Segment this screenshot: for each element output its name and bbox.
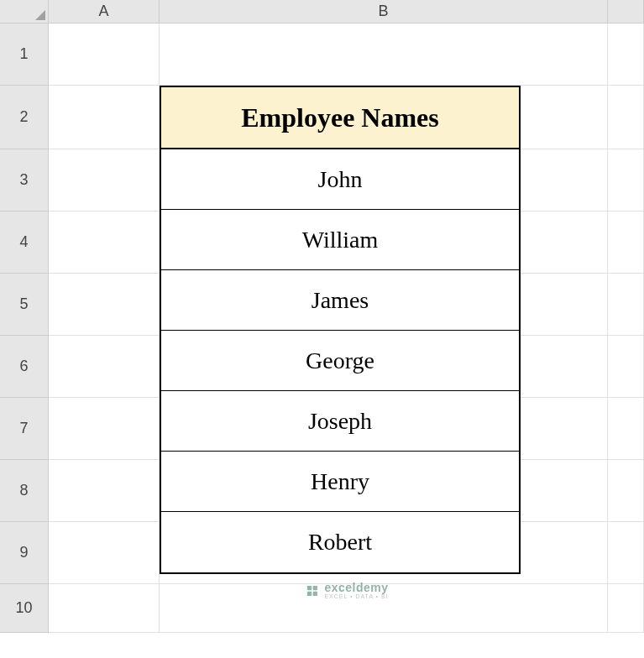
- cell-a5[interactable]: [49, 274, 160, 336]
- cell-c3[interactable]: [608, 149, 644, 212]
- cell-a8[interactable]: [49, 460, 160, 522]
- cell-c8[interactable]: [608, 460, 644, 522]
- cell-c7[interactable]: [608, 398, 644, 460]
- row-headers: 1 2 3 4 5 6 7 8 9 10: [0, 24, 49, 658]
- column-header-a[interactable]: A: [49, 0, 160, 24]
- body-area: 1 2 3 4 5 6 7 8 9 10: [0, 24, 644, 658]
- table-row[interactable]: George: [161, 331, 519, 391]
- cell-c6[interactable]: [608, 336, 644, 398]
- row-header-5[interactable]: 5: [0, 274, 49, 336]
- cell-b1[interactable]: [160, 24, 608, 86]
- column-header-b[interactable]: B: [160, 0, 608, 24]
- cell-c10[interactable]: [608, 584, 644, 633]
- grid-area: Employee Names John William James George…: [49, 24, 644, 658]
- row-header-8[interactable]: 8: [0, 460, 49, 522]
- cell-a7[interactable]: [49, 398, 160, 460]
- row-header-10[interactable]: 10: [0, 584, 49, 633]
- watermark: exceldemy EXCEL • DATA • BI: [304, 582, 388, 599]
- cell-a1[interactable]: [49, 24, 160, 86]
- watermark-brand: exceldemy: [324, 582, 388, 593]
- cell-c2[interactable]: [608, 86, 644, 149]
- cell-a4[interactable]: [49, 212, 160, 274]
- row-header-7[interactable]: 7: [0, 398, 49, 460]
- cell-c9[interactable]: [608, 522, 644, 584]
- row-header-4[interactable]: 4: [0, 212, 49, 274]
- column-header-c[interactable]: [608, 0, 644, 24]
- cell-a3[interactable]: [49, 149, 160, 212]
- table-header[interactable]: Employee Names: [161, 87, 519, 149]
- row-header-9[interactable]: 9: [0, 522, 49, 584]
- table-row[interactable]: Joseph: [161, 391, 519, 452]
- cell-a10[interactable]: [49, 584, 160, 633]
- row-header-1[interactable]: 1: [0, 24, 49, 86]
- cell-c5[interactable]: [608, 274, 644, 336]
- cell-a9[interactable]: [49, 522, 160, 584]
- employee-table: Employee Names John William James George…: [160, 86, 521, 574]
- cell-c4[interactable]: [608, 212, 644, 274]
- table-row[interactable]: Robert: [161, 512, 519, 572]
- column-headers: A B: [0, 0, 644, 24]
- spreadsheet: A B 1 2 3 4 5 6 7 8 9 10: [0, 0, 644, 658]
- table-row[interactable]: John: [161, 149, 519, 210]
- cell-c1[interactable]: [608, 24, 644, 86]
- table-row[interactable]: Henry: [161, 452, 519, 512]
- cell-a2[interactable]: [49, 86, 160, 149]
- row-header-6[interactable]: 6: [0, 336, 49, 398]
- row-header-2[interactable]: 2: [0, 86, 49, 149]
- watermark-tagline: EXCEL • DATA • BI: [324, 593, 388, 599]
- table-row[interactable]: James: [161, 270, 519, 331]
- watermark-text: exceldemy EXCEL • DATA • BI: [324, 582, 388, 599]
- row-header-3[interactable]: 3: [0, 149, 49, 212]
- cell-a6[interactable]: [49, 336, 160, 398]
- watermark-logo-icon: [304, 583, 319, 598]
- table-row[interactable]: William: [161, 210, 519, 270]
- select-all-corner[interactable]: [0, 0, 49, 24]
